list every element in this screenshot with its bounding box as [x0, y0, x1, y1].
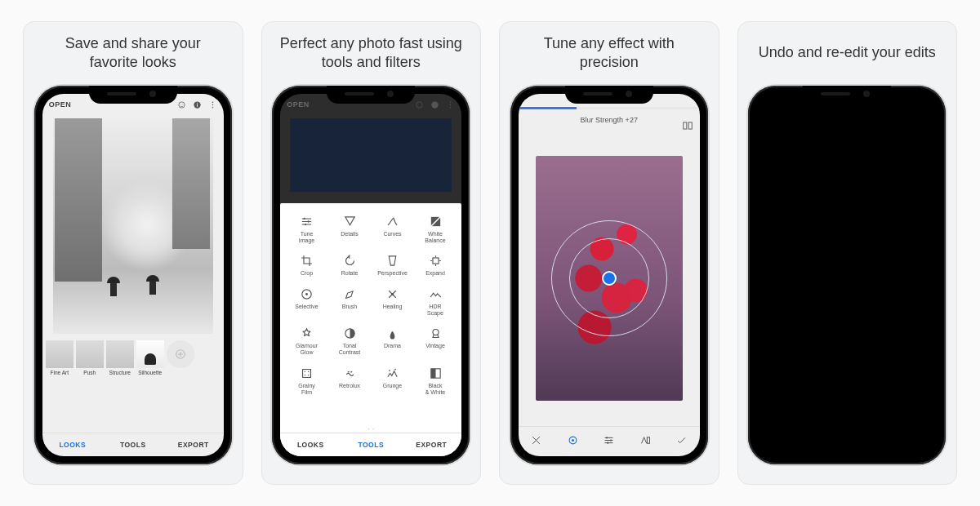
face-icon [415, 100, 424, 109]
svg-point-40 [607, 442, 608, 443]
tab-tools-2[interactable]: TOOLS [341, 441, 401, 449]
svg-rect-19 [432, 258, 438, 264]
tool-healing[interactable]: Healing [371, 287, 414, 316]
svg-rect-35 [688, 122, 692, 129]
svg-point-15 [304, 218, 305, 220]
svg-rect-41 [647, 437, 649, 443]
tab-export-2[interactable]: EXPORT [401, 441, 461, 449]
photo-viewport-3[interactable] [519, 131, 700, 426]
tool-tonal-contrast[interactable]: TonalContrast [328, 326, 372, 355]
svg-point-29 [308, 375, 309, 375]
svg-point-14 [450, 106, 451, 107]
svg-point-2 [182, 104, 183, 104]
svg-point-7 [212, 104, 213, 104]
more-icon[interactable] [208, 100, 217, 109]
phone-1: OPEN F [34, 86, 232, 464]
look-fine-art[interactable]: Fine Art [46, 340, 74, 375]
tool-glamour-glow[interactable]: GlamourGlow [285, 326, 328, 355]
svg-point-10 [416, 101, 422, 107]
tab-tools[interactable]: TOOLS [103, 441, 163, 449]
svg-point-30 [389, 370, 390, 371]
tool-crop[interactable]: Crop [285, 254, 328, 277]
svg-point-13 [450, 104, 451, 104]
svg-point-38 [606, 437, 608, 438]
face-icon[interactable] [177, 100, 186, 109]
tool-details[interactable]: Details [328, 215, 372, 243]
tool-white-balance[interactable]: WhiteBalance [414, 215, 457, 243]
focus-handle[interactable] [602, 271, 617, 286]
look-silhouette[interactable]: Silhouette [136, 340, 164, 375]
dimmed-photo [290, 118, 452, 192]
tool-drama[interactable]: Drama [371, 326, 414, 355]
confirm-icon[interactable] [675, 434, 688, 450]
tool-hdr-scape[interactable]: HDRScape [414, 287, 457, 316]
look-push[interactable]: Push [76, 340, 104, 375]
svg-point-39 [610, 439, 612, 441]
tab-export[interactable]: EXPORT [163, 441, 224, 449]
svg-point-26 [305, 371, 305, 371]
photo-viewport [42, 115, 224, 334]
screenshot-gallery: Save and share your favorite looks OPEN [0, 0, 980, 506]
svg-point-0 [179, 101, 185, 107]
edit-toolbar [519, 426, 700, 456]
tool-vintage[interactable]: Vintage [414, 326, 457, 355]
svg-point-31 [394, 369, 396, 371]
tools-sheet: TuneImageDetailsCurvesWhiteBalanceCropRo… [280, 203, 461, 456]
tool-selective[interactable]: Selective [285, 287, 328, 316]
tool-expand[interactable]: Expand [414, 254, 457, 277]
more-icon [446, 100, 455, 109]
open-button-dim: OPEN [287, 100, 310, 109]
caption-4: Undo and re-edit your edits [751, 22, 944, 86]
svg-point-16 [307, 220, 309, 222]
caption-1: Save and share your favorite looks [33, 22, 233, 86]
sliders-icon[interactable] [603, 434, 615, 450]
tool-retrolux[interactable]: Retrolux [328, 366, 372, 395]
tab-looks-2[interactable]: LOOKS [280, 441, 341, 449]
svg-point-28 [305, 375, 305, 375]
svg-point-6 [212, 101, 213, 102]
tab-looks[interactable]: LOOKS [42, 441, 103, 449]
tool-rotate[interactable]: Rotate [328, 254, 372, 277]
svg-point-21 [305, 293, 308, 295]
adjust-icon[interactable] [567, 434, 579, 450]
svg-point-12 [450, 101, 451, 102]
phone-3: Blur Strength +27 [510, 86, 708, 464]
card-4: Undo and re-edit your edits ✦ Grainy Fil… [737, 21, 958, 485]
svg-point-5 [197, 102, 198, 103]
svg-rect-34 [684, 122, 687, 129]
add-look[interactable] [167, 340, 194, 368]
svg-rect-33 [430, 369, 435, 378]
card-2: Perfect any photo fast using tools and f… [261, 21, 482, 485]
svg-point-37 [572, 438, 574, 441]
svg-point-11 [432, 101, 439, 108]
tool-grainy-film[interactable]: GrainyFilm [285, 366, 328, 395]
svg-point-1 [180, 104, 180, 104]
tool-curves[interactable]: Curves [371, 215, 414, 243]
caption-2: Perfect any photo fast using tools and f… [272, 22, 471, 86]
info-icon[interactable] [193, 100, 202, 109]
open-button[interactable]: OPEN [49, 100, 72, 109]
effect-value: Blur Strength +27 [581, 116, 638, 124]
effect-header: Blur Strength +27 [519, 109, 700, 131]
svg-point-22 [391, 293, 394, 295]
tool-perspective[interactable]: Perspective [371, 254, 414, 277]
svg-rect-25 [303, 369, 311, 377]
tool-grunge[interactable]: Grunge [371, 366, 414, 395]
svg-rect-4 [197, 104, 198, 106]
svg-point-24 [432, 330, 438, 335]
palette-icon[interactable] [639, 434, 652, 450]
bottom-tabs-1: LOOKS TOOLS EXPORT [42, 433, 224, 456]
info-icon [430, 100, 439, 109]
tool-black-white[interactable]: Black& White [414, 366, 457, 395]
tool-tune-image[interactable]: TuneImage [285, 215, 328, 243]
close-icon[interactable] [530, 434, 542, 450]
svg-point-27 [308, 371, 309, 371]
card-1: Save and share your favorite looks OPEN [23, 21, 243, 485]
phone-2: OPEN TuneImageDetailsCurvesWhiteBalanceC… [272, 86, 470, 464]
bottom-tabs-2: LOOKS TOOLS EXPORT [280, 433, 461, 456]
look-structure[interactable]: Structure [106, 340, 134, 375]
phone-4: ✦ Grainy FilmVignetteTune ImageCropOrigi… [748, 86, 946, 464]
svg-point-17 [305, 224, 306, 225]
svg-point-8 [212, 106, 213, 107]
tool-brush[interactable]: Brush [328, 287, 372, 316]
